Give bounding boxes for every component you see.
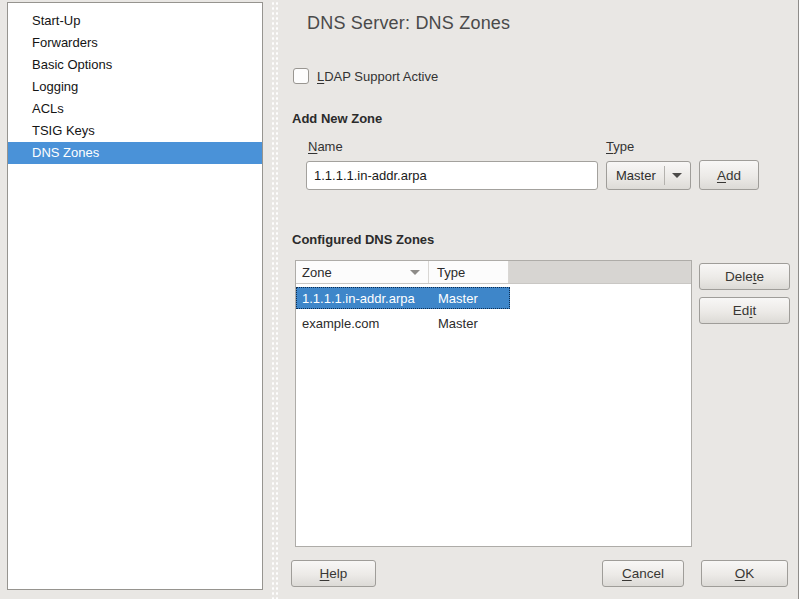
sidebar-item-dns-zones[interactable]: DNS Zones bbox=[8, 142, 262, 164]
type-cell: Master bbox=[430, 316, 510, 331]
column-header-zone[interactable]: Zone bbox=[296, 261, 429, 283]
cancel-button[interactable]: Cancel bbox=[602, 560, 684, 587]
name-label: Name bbox=[308, 139, 343, 154]
chevron-down-icon bbox=[672, 173, 682, 178]
table-row[interactable]: 1.1.1.1.in-addr.arpa Master bbox=[296, 287, 510, 309]
page-title: DNS Server: DNS Zones bbox=[307, 13, 510, 34]
type-label: Type bbox=[606, 139, 634, 154]
column-header-filler bbox=[509, 261, 691, 283]
add-button[interactable]: Add bbox=[699, 160, 759, 190]
zone-type-select[interactable]: Master bbox=[606, 161, 691, 190]
table-row[interactable]: example.com Master bbox=[296, 312, 691, 334]
sidebar-item-basic-options[interactable]: Basic Options bbox=[8, 54, 262, 76]
sidebar-item-tsig-keys[interactable]: TSIG Keys bbox=[8, 120, 262, 142]
edit-button[interactable]: Edit bbox=[699, 297, 790, 324]
type-cell: Master bbox=[430, 291, 510, 306]
zone-cell: 1.1.1.1.in-addr.arpa bbox=[296, 291, 430, 306]
add-new-zone-heading: Add New Zone bbox=[292, 111, 382, 126]
table-header-row: Zone Type bbox=[296, 261, 691, 284]
ldap-support-row: LDAP Support Active bbox=[293, 68, 438, 84]
help-button[interactable]: Help bbox=[291, 560, 376, 587]
sidebar-item-start-up[interactable]: Start-Up bbox=[8, 10, 262, 32]
navigation-list: Start-Up Forwarders Basic Options Loggin… bbox=[7, 2, 263, 590]
ldap-support-checkbox[interactable] bbox=[293, 68, 309, 84]
combo-separator bbox=[664, 166, 665, 185]
sidebar-item-forwarders[interactable]: Forwarders bbox=[8, 32, 262, 54]
sidebar-item-acls[interactable]: ACLs bbox=[8, 98, 262, 120]
ldap-support-label: LDAP Support Active bbox=[317, 69, 438, 84]
configured-zones-table: Zone Type 1.1.1.1.in-addr.arpa Master ex… bbox=[295, 260, 692, 547]
ok-button[interactable]: OK bbox=[701, 560, 788, 587]
dns-server-dialog: Start-Up Forwarders Basic Options Loggin… bbox=[0, 0, 799, 599]
sidebar-item-logging[interactable]: Logging bbox=[8, 76, 262, 98]
zone-type-selected-value: Master bbox=[607, 168, 664, 183]
delete-button[interactable]: Delete bbox=[699, 263, 790, 290]
zone-cell: example.com bbox=[296, 316, 430, 331]
pane-splitter[interactable] bbox=[270, 0, 279, 599]
column-header-type[interactable]: Type bbox=[429, 261, 509, 283]
configured-zones-heading: Configured DNS Zones bbox=[292, 232, 434, 247]
zone-name-input[interactable] bbox=[306, 161, 598, 190]
sort-descending-icon bbox=[410, 270, 420, 275]
